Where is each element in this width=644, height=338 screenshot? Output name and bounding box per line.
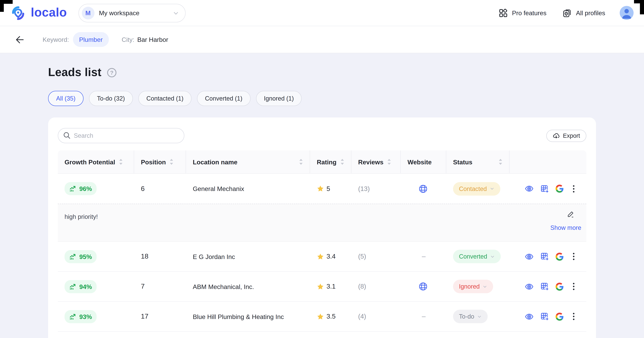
website-globe-icon[interactable]: [418, 282, 428, 291]
chevron-down-icon: [490, 254, 495, 259]
preview-eye-button[interactable]: [525, 312, 534, 321]
growth-potential-cell: 94%: [58, 272, 134, 301]
preview-eye-button[interactable]: [525, 252, 534, 261]
keyword-label: Keyword:: [42, 36, 69, 43]
website-globe-icon[interactable]: [418, 184, 428, 193]
pro-features-label: Pro features: [512, 9, 546, 17]
star-icon: [317, 253, 324, 260]
status-cell: Contacted: [446, 174, 510, 204]
sort-icon[interactable]: [170, 159, 174, 165]
sort-icon[interactable]: [299, 159, 303, 165]
rating-cell: 3.4: [310, 242, 352, 271]
tab-converted[interactable]: Converted (1): [197, 91, 250, 106]
edit-note-pencil-button[interactable]: [566, 210, 574, 218]
sort-icon[interactable]: [119, 159, 123, 165]
website-cell: [401, 174, 446, 204]
page-title: Leads list: [48, 66, 102, 79]
column-label: Rating: [317, 158, 336, 165]
location-name-cell: ABM Mechanical, Inc.: [186, 272, 310, 301]
cloud-download-icon: [552, 132, 560, 139]
sort-icon[interactable]: [498, 159, 502, 165]
preview-eye-button[interactable]: [525, 184, 534, 193]
search-context-bar: Keyword: Plumber City: Bar Harbor: [0, 26, 644, 53]
page-title-row: Leads list ?: [48, 66, 644, 79]
search-input[interactable]: [58, 128, 184, 143]
column-header-position[interactable]: Position: [134, 150, 186, 173]
workspace-name: My workspace: [99, 9, 140, 17]
status-dropdown[interactable]: Converted: [453, 250, 501, 263]
reviews-cell: (5): [352, 242, 401, 271]
google-maps-button[interactable]: [556, 253, 564, 261]
location-name-cell: General Mechanix: [186, 174, 310, 204]
add-to-table-button[interactable]: [540, 185, 549, 193]
column-header-status[interactable]: Status: [446, 150, 510, 173]
row-menu-kebab-button[interactable]: [570, 185, 577, 193]
all-profiles-button[interactable]: All profiles: [562, 8, 605, 18]
all-profiles-label: All profiles: [576, 9, 605, 17]
column-header-actions: [510, 150, 586, 173]
position-cell: 6: [134, 174, 186, 204]
growth-potential-badge: 96%: [64, 182, 96, 195]
app-logo[interactable]: localo: [10, 5, 67, 22]
add-to-table-button[interactable]: [540, 312, 549, 321]
row-menu-kebab-button[interactable]: [570, 252, 577, 261]
row-menu-kebab-button[interactable]: [570, 312, 577, 321]
workspace-selector[interactable]: M My workspace: [78, 4, 186, 22]
pro-features-button[interactable]: Pro features: [498, 8, 546, 18]
sort-icon[interactable]: [340, 159, 344, 165]
column-header-rating[interactable]: Rating: [310, 150, 352, 173]
google-maps-button[interactable]: [556, 312, 564, 320]
position-cell: 18: [134, 242, 186, 271]
note-text: high priority!: [64, 210, 98, 220]
rating-cell: 3.5: [310, 302, 352, 331]
help-icon[interactable]: ?: [106, 67, 117, 78]
column-label: Reviews: [358, 158, 384, 165]
preview-eye-button[interactable]: [525, 282, 534, 291]
tab-contacted[interactable]: Contacted (1): [138, 91, 192, 106]
growth-potential-cell: 95%: [58, 242, 134, 271]
screen-corner-artifact: [0, 0, 4, 12]
export-button[interactable]: Export: [546, 130, 586, 142]
rating-cell: 3.1: [310, 272, 352, 301]
row-actions-cell: [510, 302, 586, 331]
column-header-reviews[interactable]: Reviews: [352, 150, 401, 173]
tab-all[interactable]: All (35): [48, 91, 84, 106]
table-toolbar: Export: [58, 128, 586, 143]
status-dropdown[interactable]: Contacted: [453, 182, 500, 196]
growth-trend-icon: [69, 185, 76, 192]
row-actions-cell: [510, 242, 586, 271]
tab-ignored[interactable]: Ignored (1): [256, 91, 302, 106]
export-label: Export: [563, 132, 580, 139]
show-more-link[interactable]: Show more: [550, 224, 581, 231]
reviews-cell: (4): [352, 302, 401, 331]
website-cell: [401, 272, 446, 301]
app-window: localo M My workspace Pro features: [0, 0, 644, 338]
no-website-dash: –: [408, 313, 426, 320]
row-menu-kebab-button[interactable]: [570, 282, 577, 291]
keyword-value-pill[interactable]: Plumber: [73, 32, 109, 47]
position-cell: 17: [134, 302, 186, 331]
column-header-name[interactable]: Location name: [186, 150, 310, 173]
star-icon: [317, 283, 324, 290]
next-row-partial: [58, 331, 586, 336]
add-to-table-button[interactable]: [540, 282, 549, 291]
leads-table-card: Export Growth PotentialPositionLocation …: [48, 117, 596, 338]
add-to-table-button[interactable]: [540, 252, 549, 261]
localo-logo-icon: [10, 5, 26, 22]
user-avatar[interactable]: [620, 6, 634, 20]
city-label: City:: [122, 36, 134, 43]
google-maps-button[interactable]: [556, 185, 564, 193]
column-header-growth[interactable]: Growth Potential: [58, 150, 134, 173]
tab-todo[interactable]: To-do (32): [89, 91, 133, 106]
status-dropdown[interactable]: Ignored: [453, 280, 493, 293]
lead-note-row: high priority!Show more: [58, 204, 586, 241]
growth-trend-icon: [69, 253, 76, 260]
status-dropdown[interactable]: To-do: [453, 310, 488, 323]
table-row: 96%6General Mechanix5(13)Contacted: [58, 174, 586, 204]
google-maps-button[interactable]: [556, 282, 564, 290]
growth-trend-icon: [69, 283, 76, 290]
back-button[interactable]: [15, 35, 24, 44]
reviews-cell: (8): [352, 272, 401, 301]
sort-icon[interactable]: [387, 159, 391, 165]
column-label: Status: [453, 158, 472, 165]
